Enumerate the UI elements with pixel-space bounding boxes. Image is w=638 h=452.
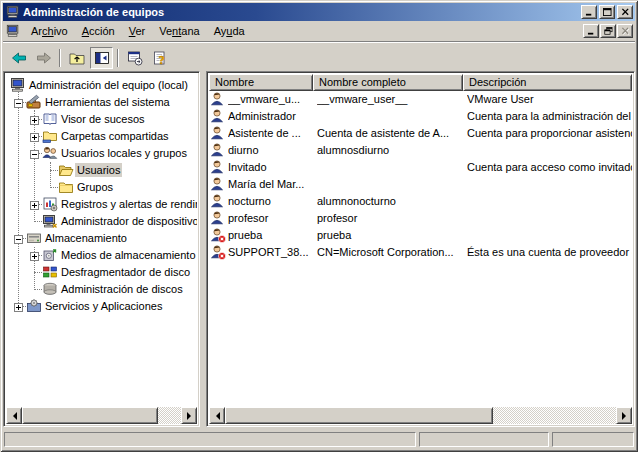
user-row[interactable]: AdministradorCuenta para la administraci… [209, 108, 632, 125]
tb-help-icon: ? [152, 50, 168, 66]
menu-ventana[interactable]: Ventana [152, 23, 206, 39]
up-one-level-button[interactable] [65, 47, 88, 69]
scrollbar-thumb[interactable] [225, 407, 493, 424]
column-header-nombre-completo[interactable]: Nombre completo [313, 74, 463, 91]
expand-box[interactable] [14, 302, 23, 311]
defragmenter-icon [42, 264, 58, 280]
user-row[interactable]: InvitadoCuenta para acceso como invitado [209, 159, 632, 176]
list-horizontal-scrollbar[interactable] [209, 407, 632, 424]
menu-archivo[interactable]: Archivo [24, 23, 75, 39]
titlebar[interactable]: Administración de equipos [3, 3, 635, 21]
mdi-close-button [617, 24, 633, 38]
scroll-left-button[interactable] [209, 407, 225, 424]
user-icon [210, 193, 226, 209]
user-row[interactable]: SUPPORT_38...CN=Microsoft Corporation...… [209, 244, 632, 261]
tree-item-shared-folders[interactable]: Carpetas compartidas [6, 128, 197, 145]
scrollbar-thumb[interactable] [22, 407, 158, 424]
tree-horizontal-scrollbar[interactable] [6, 407, 197, 424]
mdi-restore-button[interactable] [600, 24, 616, 38]
maximize-button[interactable] [599, 5, 615, 19]
user-row[interactable]: Asistente de ...Cuenta de asistente de A… [209, 125, 632, 142]
cell-nombre: María del Mar... [228, 178, 312, 190]
window-title: Administración de equipos [23, 6, 581, 18]
tree-item-disk-management[interactable]: Administración de discos [6, 281, 197, 298]
scroll-right-button[interactable] [616, 407, 632, 424]
tree-item-label: Servicios y Aplicaciones [43, 299, 164, 313]
tree-connector [34, 289, 42, 290]
tree-item-services-and-applications[interactable]: Servicios y Aplicaciones [6, 298, 197, 315]
back-button[interactable] [7, 47, 30, 69]
column-header-nombre[interactable]: Nombre [209, 74, 313, 91]
collapse-box[interactable] [14, 234, 23, 243]
user-icon [210, 91, 226, 107]
menu-ayuda[interactable]: Ayuda [207, 23, 252, 39]
user-row[interactable]: __vmware_u...__vmware_user__VMware User [209, 91, 632, 108]
tb-showtree-icon [94, 50, 110, 66]
user-row[interactable]: nocturnoalumnonocturno [209, 193, 632, 210]
tree-item-label: Medios de almacenamiento e [59, 248, 197, 262]
mdi-document-icon [6, 24, 20, 38]
statusbar [3, 430, 635, 449]
cell-nombre: SUPPORT_38... [228, 246, 312, 258]
tree-item-removable-storage[interactable]: Medios de almacenamiento e [6, 247, 197, 264]
column-header-descripci-n[interactable]: Descripción [463, 74, 632, 91]
scroll-right-button[interactable] [181, 407, 197, 424]
expand-box[interactable] [30, 115, 39, 124]
toolbar: ? [3, 44, 635, 71]
cell-nombre: __vmware_u... [228, 93, 312, 105]
cell-nombre: Invitado [228, 161, 312, 173]
menu-accion[interactable]: Acción [75, 23, 122, 39]
toolbar-separator [59, 49, 61, 67]
tree-item-device-manager[interactable]: Administrador de dispositivos [6, 213, 197, 230]
user-icon [210, 125, 226, 141]
computer-icon [10, 77, 26, 93]
help-button[interactable]: ? [148, 47, 171, 69]
tree-item-event-viewer[interactable]: Visor de sucesos [6, 111, 197, 128]
expand-box[interactable] [30, 251, 39, 260]
tree-connector [50, 187, 58, 188]
expand-box[interactable] [30, 132, 39, 141]
tree-item-label: Registros y alertas de rendim [59, 197, 197, 211]
tree-item-computer-management-root[interactable]: Administración del equipo (local) [6, 77, 197, 94]
user-row[interactable]: pruebaprueba [209, 227, 632, 244]
user-icon [210, 142, 226, 158]
device-manager-icon [42, 213, 58, 229]
cell-descripcion: Ésta es una cuenta de proveedor c [467, 246, 632, 258]
tree-item-system-tools[interactable]: Herramientas del sistema [6, 94, 197, 111]
cell-nombre-completo: prueba [317, 229, 463, 241]
folder-icon [58, 179, 74, 195]
mdi-minimize-button[interactable] [583, 24, 599, 38]
collapse-box[interactable] [30, 149, 39, 158]
menubar: ArchivoAcciónVerVentanaAyuda [3, 21, 635, 42]
cell-nombre: profesor [228, 212, 312, 224]
minimize-button[interactable] [581, 5, 597, 19]
expand-box[interactable] [30, 200, 39, 209]
tree-item-groups[interactable]: Grupos [6, 179, 197, 196]
cell-nombre: diurno [228, 144, 312, 156]
tree-item-users[interactable]: Usuarios [6, 162, 197, 179]
user-row[interactable]: María del Mar... [209, 176, 632, 193]
status-panel [552, 432, 634, 447]
user-row[interactable]: diurnoalumnosdiurno [209, 142, 632, 159]
tree-item-label: Administrador de dispositivos [59, 214, 197, 228]
tree-item-label: Carpetas compartidas [59, 129, 171, 143]
tree-item-storage[interactable]: Almacenamiento [6, 230, 197, 247]
tree-item-local-users-and-groups[interactable]: Usuarios locales y grupos [6, 145, 197, 162]
menu-ver[interactable]: Ver [122, 23, 153, 39]
cell-nombre-completo: alumnonocturno [317, 195, 463, 207]
svg-text:?: ? [158, 53, 164, 66]
user-icon [210, 176, 226, 192]
cell-nombre: Administrador [228, 110, 312, 122]
tree-item-performance-logs[interactable]: Registros y alertas de rendim [6, 196, 197, 213]
export-list-button[interactable] [123, 47, 146, 69]
close-button[interactable] [617, 5, 633, 19]
removable-storage-icon [42, 247, 58, 263]
user-row[interactable]: profesorprofesor [209, 210, 632, 227]
cell-nombre-completo: profesor [317, 212, 463, 224]
collapse-box[interactable] [14, 98, 23, 107]
computer-management-window: Administración de equipos ArchivoAcciónV… [0, 0, 638, 452]
tree-item-disk-defragmenter[interactable]: Desfragmentador de disco [6, 264, 197, 281]
console-tree: Administración del equipo (local)Herrami… [6, 74, 197, 407]
show-console-tree-button[interactable] [90, 47, 113, 69]
scroll-left-button[interactable] [6, 407, 22, 424]
